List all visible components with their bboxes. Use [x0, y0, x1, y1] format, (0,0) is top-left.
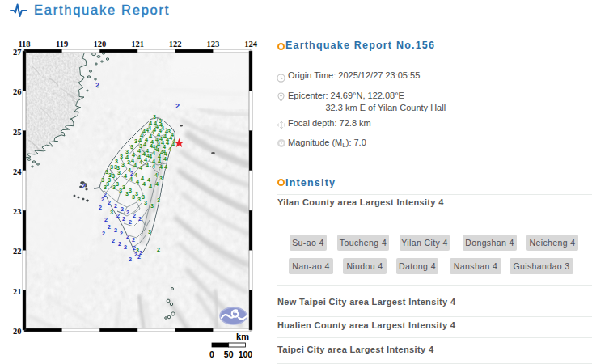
- svg-text:4: 4: [149, 183, 152, 190]
- svg-text:2: 2: [82, 182, 86, 190]
- svg-text:2: 2: [108, 223, 111, 231]
- svg-text:3: 3: [150, 202, 154, 210]
- svg-text:4: 4: [155, 180, 159, 188]
- svg-text:3: 3: [108, 171, 112, 179]
- svg-text:3: 3: [112, 172, 115, 180]
- svg-text:2: 2: [99, 204, 102, 211]
- svg-text:4: 4: [165, 128, 168, 135]
- svg-text:100: 100: [239, 349, 253, 359]
- svg-text:3: 3: [157, 197, 160, 204]
- svg-text:4: 4: [146, 152, 150, 159]
- svg-text:24: 24: [13, 167, 22, 176]
- svg-text:2: 2: [121, 205, 124, 213]
- svg-text:3: 3: [116, 180, 119, 188]
- svg-text:3: 3: [142, 193, 145, 201]
- svg-text:4: 4: [152, 163, 155, 170]
- svg-text:23: 23: [13, 207, 22, 216]
- svg-text:21: 21: [13, 287, 22, 296]
- svg-text:4: 4: [158, 158, 161, 165]
- svg-text:2: 2: [101, 196, 104, 203]
- svg-text:4: 4: [150, 142, 153, 150]
- svg-text:2: 2: [138, 215, 142, 222]
- svg-text:3: 3: [104, 184, 107, 191]
- svg-text:2: 2: [114, 202, 117, 210]
- svg-text:2: 2: [114, 226, 117, 234]
- svg-text:4: 4: [171, 141, 175, 148]
- svg-text:4: 4: [161, 139, 164, 146]
- svg-text:25: 25: [13, 128, 22, 137]
- svg-text:3: 3: [130, 143, 133, 150]
- svg-text:22: 22: [13, 247, 22, 256]
- svg-text:119: 119: [56, 40, 68, 49]
- svg-text:2: 2: [130, 170, 133, 177]
- svg-text:4: 4: [138, 137, 142, 144]
- svg-text:2: 2: [124, 243, 127, 251]
- svg-text:2: 2: [116, 212, 120, 219]
- svg-text:27: 27: [13, 48, 22, 57]
- svg-text:2: 2: [120, 230, 123, 237]
- svg-text:2: 2: [132, 236, 135, 243]
- svg-text:4: 4: [134, 171, 137, 179]
- svg-text:4: 4: [131, 157, 134, 164]
- svg-text:3: 3: [110, 209, 113, 216]
- svg-text:3: 3: [148, 228, 151, 235]
- svg-text:4: 4: [171, 131, 174, 138]
- svg-text:3: 3: [121, 161, 125, 168]
- svg-text:3: 3: [134, 138, 137, 145]
- svg-text:2: 2: [137, 253, 141, 260]
- svg-text:2: 2: [104, 216, 108, 223]
- svg-text:4: 4: [139, 159, 142, 166]
- svg-text:4: 4: [142, 128, 146, 135]
- svg-text:3: 3: [122, 184, 125, 191]
- svg-text:2: 2: [129, 218, 132, 226]
- svg-text:2: 2: [122, 215, 125, 222]
- svg-text:124: 124: [244, 40, 258, 49]
- svg-text:26: 26: [13, 87, 22, 96]
- svg-text:2: 2: [133, 212, 136, 219]
- svg-text:3: 3: [120, 153, 123, 160]
- svg-text:2: 2: [126, 233, 129, 240]
- svg-text:122: 122: [169, 40, 182, 49]
- svg-text:4: 4: [159, 121, 163, 129]
- svg-text:4: 4: [154, 120, 157, 127]
- svg-text:0: 0: [209, 349, 214, 359]
- svg-text:2: 2: [108, 199, 111, 206]
- svg-text:4: 4: [155, 136, 159, 143]
- svg-text:3: 3: [159, 175, 163, 182]
- svg-text:2: 2: [175, 102, 180, 110]
- svg-text:121: 121: [131, 40, 144, 49]
- svg-text:4: 4: [164, 163, 167, 171]
- svg-text:4: 4: [141, 175, 144, 182]
- svg-text:20: 20: [13, 327, 22, 336]
- svg-text:2: 2: [157, 246, 160, 253]
- svg-text:4: 4: [136, 178, 139, 185]
- svg-text:2: 2: [102, 230, 105, 237]
- svg-text:120: 120: [93, 40, 106, 49]
- svg-text:2: 2: [126, 209, 129, 216]
- svg-text:3: 3: [110, 163, 113, 171]
- svg-text:4: 4: [153, 126, 156, 133]
- svg-text:2: 2: [129, 256, 132, 263]
- svg-text:4: 4: [146, 162, 149, 169]
- svg-text:2: 2: [112, 237, 115, 244]
- svg-text:4: 4: [148, 125, 151, 132]
- svg-text:4: 4: [154, 171, 158, 179]
- svg-text:3: 3: [129, 187, 132, 194]
- svg-text:3: 3: [135, 190, 138, 197]
- svg-text:4: 4: [137, 147, 141, 154]
- svg-text:3: 3: [114, 163, 117, 171]
- svg-text:4: 4: [143, 141, 146, 148]
- svg-text:4: 4: [147, 176, 150, 184]
- svg-text:123: 123: [206, 40, 219, 49]
- svg-text:4: 4: [163, 148, 166, 155]
- svg-text:4: 4: [124, 172, 127, 180]
- svg-text:2: 2: [118, 240, 121, 248]
- svg-text:50: 50: [224, 349, 234, 359]
- svg-text:4: 4: [166, 136, 169, 143]
- svg-text:2: 2: [95, 81, 99, 89]
- svg-text:km: km: [236, 332, 249, 341]
- svg-text:4: 4: [149, 133, 152, 140]
- svg-text:3: 3: [101, 176, 104, 184]
- svg-text:4: 4: [156, 146, 159, 154]
- svg-text:4: 4: [125, 154, 129, 161]
